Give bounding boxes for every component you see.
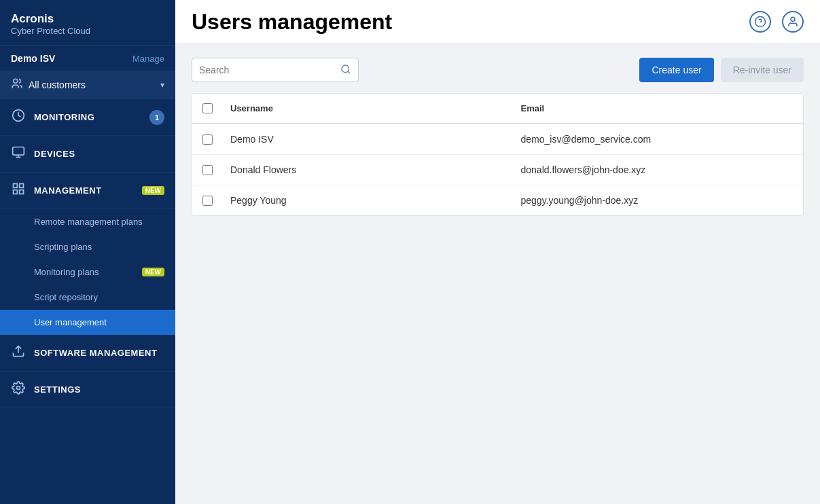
- monitoring-badge: 1: [149, 110, 164, 125]
- software-management-icon: [11, 344, 26, 361]
- row-1-username: Demo ISV: [222, 124, 513, 154]
- all-customers-left: All customers: [11, 77, 86, 92]
- svg-point-14: [342, 65, 349, 73]
- select-all-checkbox[interactable]: [202, 103, 213, 113]
- row-2-checkbox[interactable]: [202, 165, 213, 175]
- table-row: Donald Flowers donald.flowers@john-doe.x…: [192, 155, 803, 185]
- sidebar-item-devices[interactable]: DEVICES: [0, 136, 175, 173]
- chevron-down-icon: ▾: [160, 80, 164, 90]
- table-header-checkbox-cell: [192, 94, 222, 123]
- sidebar-item-user-management[interactable]: User management: [0, 310, 175, 335]
- sidebar-item-devices-label: DEVICES: [34, 149, 75, 159]
- management-icon: [11, 182, 26, 199]
- sidebar-item-software-management-label: SOFTWARE MANAGEMENT: [34, 348, 157, 358]
- settings-icon: [11, 381, 26, 398]
- logo-title: Acronis: [11, 12, 164, 26]
- svg-point-10: [17, 386, 20, 390]
- isp-name: Demo ISV: [11, 53, 55, 64]
- svg-rect-8: [20, 190, 24, 194]
- content-area: Create user Re-invite user Username Emai…: [175, 44, 820, 504]
- users-table: Username Email Demo ISV demo_isv@demo_se…: [192, 93, 804, 216]
- sidebar-item-remote-management-plans[interactable]: Remote management plans: [0, 209, 175, 234]
- toolbar: Create user Re-invite user: [192, 58, 804, 82]
- row-3-email: peggy.young@john-doe.xyz: [513, 185, 804, 215]
- row-3-checkbox[interactable]: [202, 196, 213, 206]
- topbar: Users management: [175, 0, 820, 44]
- row-2-checkbox-cell: [192, 155, 222, 185]
- table-header-row: Username Email: [192, 94, 803, 124]
- svg-rect-5: [14, 184, 18, 188]
- svg-point-0: [14, 79, 18, 84]
- all-customers-row[interactable]: All customers ▾: [0, 71, 175, 99]
- svg-rect-2: [13, 147, 24, 156]
- svg-point-13: [791, 17, 795, 21]
- sidebar-item-settings[interactable]: SETTINGS: [0, 372, 175, 408]
- sidebar-item-management[interactable]: MANAGEMENT NEW: [0, 173, 175, 209]
- monitoring-plans-badge: NEW: [142, 268, 164, 276]
- search-box: [192, 58, 359, 82]
- management-badge-new: NEW: [142, 186, 164, 195]
- main-content: Users management: [175, 0, 820, 504]
- sidebar-item-management-label: MANAGEMENT: [34, 185, 102, 196]
- manage-link[interactable]: Manage: [132, 54, 164, 64]
- svg-line-15: [348, 71, 350, 73]
- user-management-label: User management: [34, 317, 107, 327]
- table-header-username: Username: [222, 94, 513, 123]
- sidebar-item-monitoring-plans[interactable]: Monitoring plans NEW: [0, 259, 175, 285]
- table-row: Demo ISV demo_isv@demo_service.com: [192, 124, 803, 155]
- search-input[interactable]: [199, 65, 340, 75]
- page-title: Users management: [192, 10, 392, 35]
- isp-bar: Demo ISV Manage: [0, 46, 175, 71]
- row-1-checkbox[interactable]: [202, 134, 213, 145]
- devices-icon: [11, 145, 26, 162]
- customers-icon: [11, 77, 23, 92]
- user-profile-icon[interactable]: [782, 11, 804, 33]
- topbar-right: [749, 11, 804, 33]
- sidebar-item-monitoring-label: MONITORING: [34, 112, 94, 122]
- sidebar-item-settings-label: SETTINGS: [34, 384, 81, 395]
- toolbar-buttons: Create user Re-invite user: [639, 58, 804, 82]
- row-1-email: demo_isv@demo_service.com: [513, 124, 804, 154]
- sidebar-item-script-repository[interactable]: Script repository: [0, 285, 175, 310]
- sidebar: Acronis Cyber Protect Cloud Demo ISV Man…: [0, 0, 175, 504]
- all-customers-label: All customers: [29, 79, 86, 90]
- svg-rect-7: [14, 190, 18, 194]
- sidebar-item-software-management[interactable]: SOFTWARE MANAGEMENT: [0, 335, 175, 372]
- monitoring-plans-label: Monitoring plans: [34, 267, 99, 277]
- row-1-checkbox-cell: [192, 124, 222, 154]
- row-2-username: Donald Flowers: [222, 155, 513, 185]
- reinvite-user-button[interactable]: Re-invite user: [721, 58, 804, 82]
- script-repository-label: Script repository: [34, 292, 98, 302]
- table-row: Peggy Young peggy.young@john-doe.xyz: [192, 185, 803, 215]
- help-icon[interactable]: [749, 11, 771, 33]
- scripting-plans-label: Scripting plans: [34, 242, 92, 252]
- search-icon: [340, 64, 351, 77]
- create-user-button[interactable]: Create user: [639, 58, 713, 82]
- row-2-email: donald.flowers@john-doe.xyz: [513, 155, 804, 185]
- svg-rect-6: [20, 184, 24, 188]
- logo-subtitle: Cyber Protect Cloud: [11, 26, 164, 36]
- monitoring-icon: [11, 109, 26, 126]
- remote-management-plans-label: Remote management plans: [34, 217, 143, 227]
- row-3-username: Peggy Young: [222, 185, 513, 215]
- logo-area: Acronis Cyber Protect Cloud: [0, 0, 175, 46]
- table-header-email: Email: [513, 94, 804, 123]
- row-3-checkbox-cell: [192, 185, 222, 215]
- sidebar-item-monitoring[interactable]: MONITORING 1: [0, 99, 175, 136]
- sidebar-item-scripting-plans[interactable]: Scripting plans: [0, 234, 175, 259]
